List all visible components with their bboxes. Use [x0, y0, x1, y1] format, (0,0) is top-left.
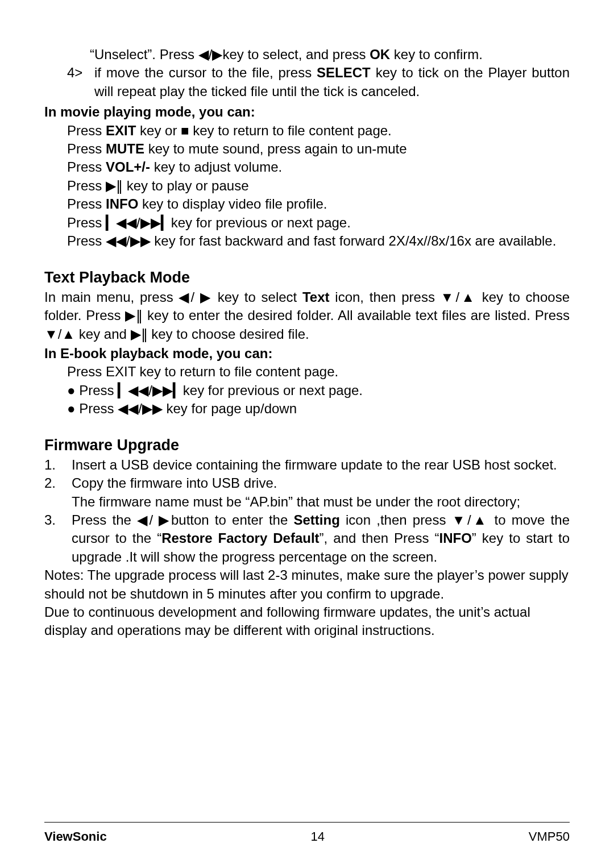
firmware-item-1: 1. Insert a USB device containing the fi… [44, 456, 570, 474]
fw2-num: 2. [44, 474, 72, 511]
list-item-4: 4> if move the cursor to the file, press… [67, 64, 570, 101]
ebook-sub: In E-book playback mode, you can: [44, 344, 570, 363]
firmware-item-2: 2. Copy the firmware into USB drive.The … [44, 474, 570, 511]
movie-line-2: Press VOL+/- key to adjust volume. [67, 158, 570, 176]
fw2-body: Copy the firmware into USB drive.The fir… [72, 474, 570, 511]
firmware-title: Firmware Upgrade [44, 435, 570, 455]
fw3-body: Press the ◀/ ▶button to enter the Settin… [72, 511, 570, 566]
item4-num: 4> [67, 64, 94, 101]
firmware-item-3: 3. Press the ◀/ ▶button to enter the Set… [44, 511, 570, 566]
footer-right: VMP50 [529, 828, 570, 845]
movie-mode-heading: In movie playing mode, you can: [44, 103, 570, 121]
text-playback-intro: In main menu, press ◀/ ▶ key to select T… [44, 288, 570, 343]
ebook-line-2: ● Press ◀◀/▶▶ key for page up/down [67, 400, 570, 418]
firmware-notes-2: Due to continuous development and follow… [44, 603, 570, 640]
footer-center: 14 [311, 828, 325, 845]
movie-line-3: Press ▶‖ key to play or pause [67, 177, 570, 195]
unselect-line: “Unselect”. Press ◀/▶key to select, and … [90, 45, 570, 64]
fw1-num: 1. [44, 456, 72, 474]
movie-line-0: Press EXIT key or ■ key to return to fil… [67, 122, 570, 140]
ebook-line-0: Press EXIT key to return to file content… [67, 363, 570, 381]
movie-line-4: Press INFO key to display video file pro… [67, 195, 570, 213]
page-footer: ViewSonic 14 VMP50 [44, 822, 570, 845]
firmware-notes-1: Notes: The upgrade process will last 2-3… [44, 566, 570, 603]
movie-line-1: Press MUTE key to mute sound, press agai… [67, 140, 570, 158]
item4-body: if move the cursor to the file, press SE… [94, 64, 570, 101]
fw1-body: Insert a USB device containing the firmw… [72, 456, 570, 474]
text-playback-title: Text Playback Mode [44, 267, 570, 288]
footer-left: ViewSonic [44, 828, 107, 845]
ebook-line-1: ● Press ▎◀◀/▶▶▎key for previous or next … [67, 381, 570, 400]
fw3-num: 3. [44, 511, 72, 566]
movie-line-5: Press ▎◀◀/▶▶▎key for previous or next pa… [67, 214, 570, 232]
movie-line-6: Press ◀◀/▶▶ key for fast backward and fa… [67, 232, 570, 250]
